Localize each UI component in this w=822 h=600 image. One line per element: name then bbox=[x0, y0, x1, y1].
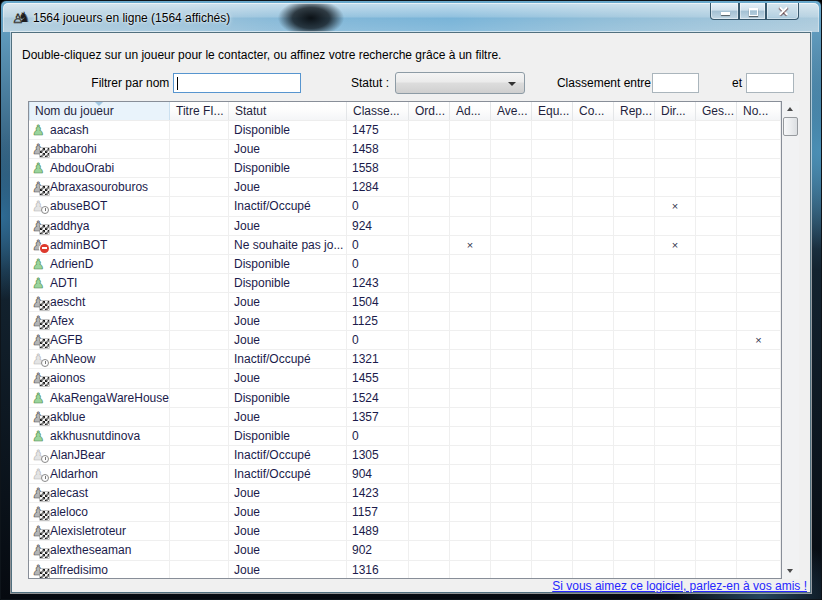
player-titre-cell bbox=[170, 197, 229, 215]
player-titre-cell bbox=[170, 140, 229, 158]
status-dropdown[interactable] bbox=[395, 72, 525, 94]
column-header-ord[interactable]: Ord... bbox=[409, 102, 450, 120]
player-row[interactable]: ♟alelocoJoue1157 bbox=[29, 503, 781, 522]
player-status-playing-icon: ♟ bbox=[31, 542, 47, 558]
column-header-no[interactable]: No... bbox=[737, 102, 781, 120]
player-rating-cell: 0 bbox=[347, 331, 409, 349]
player-equ-cell bbox=[532, 350, 573, 368]
minimize-button[interactable] bbox=[710, 3, 739, 20]
column-header-name[interactable]: Nom du joueur bbox=[29, 102, 170, 120]
player-row[interactable]: ♟alextheseamanJoue902 bbox=[29, 541, 781, 560]
player-row[interactable]: ♟ADTIDisponible1243 bbox=[29, 274, 781, 293]
player-row[interactable]: ♟AfexJoue1125 bbox=[29, 312, 781, 331]
player-row[interactable]: ♟AdrienDDisponible0 bbox=[29, 255, 781, 274]
player-row[interactable]: ♟AkaRengaWareHouseDisponible1524 bbox=[29, 389, 781, 408]
player-rep-cell bbox=[614, 312, 655, 330]
player-row[interactable]: ♟akblueJoue1357 bbox=[29, 408, 781, 427]
player-status-playing-icon: ♟ bbox=[31, 294, 47, 310]
maximize-button[interactable] bbox=[739, 3, 766, 20]
player-row[interactable]: ♟abbarohiJoue1458 bbox=[29, 140, 781, 159]
player-co-cell bbox=[573, 140, 614, 158]
column-header-equ[interactable]: Equ... bbox=[532, 102, 573, 120]
player-equ-cell bbox=[532, 465, 573, 483]
player-ges-cell bbox=[696, 484, 737, 502]
title-bar[interactable]: ♙ ♞ 1564 joueurs en ligne (1564 affichés… bbox=[3, 3, 819, 32]
player-status-cell: Joue bbox=[229, 331, 347, 349]
player-equ-cell bbox=[532, 408, 573, 426]
player-ad-cell bbox=[450, 522, 491, 540]
player-row[interactable]: ♟aionosJoue1455 bbox=[29, 369, 781, 388]
player-rep-cell bbox=[614, 350, 655, 368]
player-rating-cell: 1305 bbox=[347, 446, 409, 464]
player-row[interactable]: ♟addhyaJoue924 bbox=[29, 217, 781, 236]
player-no-cell: × bbox=[737, 331, 781, 349]
player-ges-cell bbox=[696, 140, 737, 158]
column-header-classement[interactable]: Classe... bbox=[347, 102, 409, 120]
rating-max-input[interactable] bbox=[746, 73, 794, 93]
player-equ-cell bbox=[532, 197, 573, 215]
player-row[interactable]: ♟abuseBOTInactif/Occupé0× bbox=[29, 197, 781, 216]
player-status-playing-icon: ♟ bbox=[31, 409, 47, 425]
player-row[interactable]: ♟AlanJBearInactif/Occupé1305 bbox=[29, 446, 781, 465]
column-header-co[interactable]: Co... bbox=[573, 102, 614, 120]
player-row[interactable]: ♟aacashDisponible1475 bbox=[29, 121, 781, 140]
close-button[interactable] bbox=[766, 3, 799, 20]
player-row[interactable]: ♟AbdouOrabiDisponible1558 bbox=[29, 159, 781, 178]
player-ord-cell bbox=[409, 427, 450, 445]
player-name: AdrienD bbox=[50, 255, 93, 273]
player-row[interactable]: ♟akkhusnutdinovaDisponible0 bbox=[29, 427, 781, 446]
player-ad-cell: × bbox=[450, 236, 491, 254]
player-row[interactable]: ♟adminBOTNe souhaite pas jo...0×× bbox=[29, 236, 781, 255]
player-status-playing-icon: ♟ bbox=[31, 218, 47, 234]
column-header-statut[interactable]: Statut bbox=[229, 102, 347, 120]
player-name: Aldarhon bbox=[50, 465, 98, 483]
player-ges-cell bbox=[696, 121, 737, 139]
player-rep-cell bbox=[614, 484, 655, 502]
player-row[interactable]: ♟AldarhonInactif/Occupé904 bbox=[29, 465, 781, 484]
player-row[interactable]: ♟alfredisimoJoue1316 bbox=[29, 561, 781, 578]
player-titre-cell bbox=[170, 274, 229, 292]
player-row[interactable]: ♟AhNeowInactif/Occupé1321 bbox=[29, 350, 781, 369]
player-ad-cell bbox=[450, 369, 491, 387]
player-status-available-icon: ♟ bbox=[31, 390, 47, 406]
share-link[interactable]: Si vous aimez ce logiciel, parlez-en à v… bbox=[552, 579, 807, 593]
player-status-playing-icon: ♟ bbox=[31, 370, 47, 386]
player-row[interactable]: ♟AlexisletroteurJoue1489 bbox=[29, 522, 781, 541]
filter-name-input[interactable] bbox=[173, 73, 301, 93]
player-dir-cell bbox=[655, 331, 696, 349]
player-row[interactable]: ♟alecastJoue1423 bbox=[29, 484, 781, 503]
player-titre-cell bbox=[170, 503, 229, 521]
player-row[interactable]: ♟AGFBJoue0× bbox=[29, 331, 781, 350]
column-header-ave[interactable]: Ave... bbox=[491, 102, 532, 120]
player-no-cell bbox=[737, 541, 781, 559]
player-equ-cell bbox=[532, 255, 573, 273]
players-table: Nom du joueurTitre FI...StatutClasse...O… bbox=[28, 101, 782, 579]
column-header-dir[interactable]: Dir... bbox=[655, 102, 696, 120]
scroll-up-button[interactable] bbox=[782, 101, 799, 117]
column-header-titre[interactable]: Titre FI... bbox=[170, 102, 229, 120]
column-header-ad[interactable]: Ad... bbox=[450, 102, 491, 120]
player-row[interactable]: ♟aeschtJoue1504 bbox=[29, 293, 781, 312]
player-status-inactive-icon: ♟ bbox=[31, 447, 47, 463]
scrollbar-thumb[interactable] bbox=[783, 117, 798, 136]
player-ges-cell bbox=[696, 427, 737, 445]
player-dir-cell bbox=[655, 484, 696, 502]
player-status-cell: Joue bbox=[229, 369, 347, 387]
status-label: Statut : bbox=[312, 73, 389, 93]
scroll-down-button[interactable] bbox=[782, 563, 799, 579]
player-ad-cell bbox=[450, 561, 491, 578]
and-label: et bbox=[726, 73, 748, 93]
player-rep-cell bbox=[614, 217, 655, 235]
column-header-ges[interactable]: Ges... bbox=[696, 102, 737, 120]
rating-min-input[interactable] bbox=[652, 73, 699, 93]
player-no-cell bbox=[737, 369, 781, 387]
player-ave-cell bbox=[491, 541, 532, 559]
player-ave-cell bbox=[491, 274, 532, 292]
player-status-playing-icon: ♟ bbox=[31, 523, 47, 539]
player-name: aacash bbox=[50, 121, 89, 139]
column-header-rep[interactable]: Rep... bbox=[614, 102, 655, 120]
vertical-scrollbar[interactable] bbox=[782, 101, 799, 579]
player-row[interactable]: ♟AbraxasouroburosJoue1284 bbox=[29, 178, 781, 197]
player-dir-cell bbox=[655, 312, 696, 330]
player-ave-cell bbox=[491, 312, 532, 330]
